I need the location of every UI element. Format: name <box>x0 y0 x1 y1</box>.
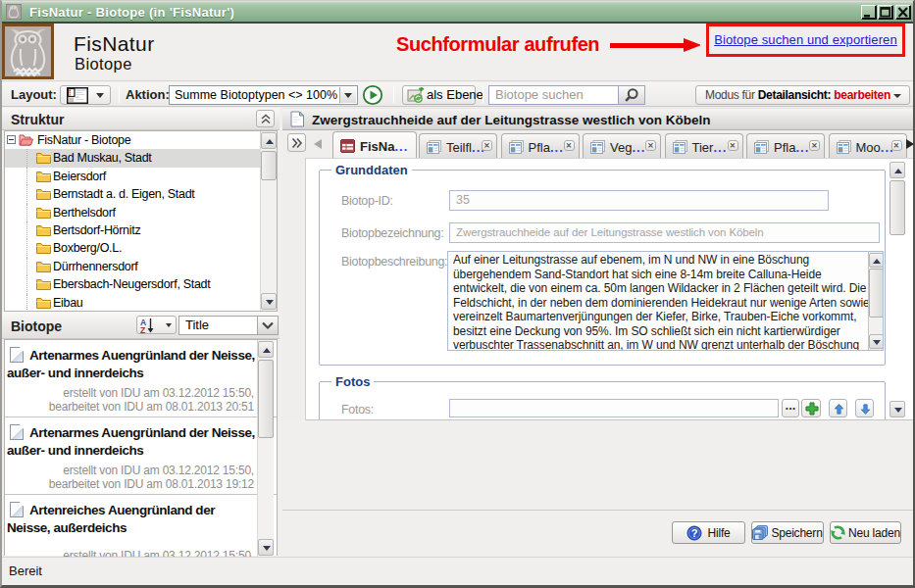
svg-text:?: ? <box>691 527 698 539</box>
svg-text:Z: Z <box>140 325 145 334</box>
